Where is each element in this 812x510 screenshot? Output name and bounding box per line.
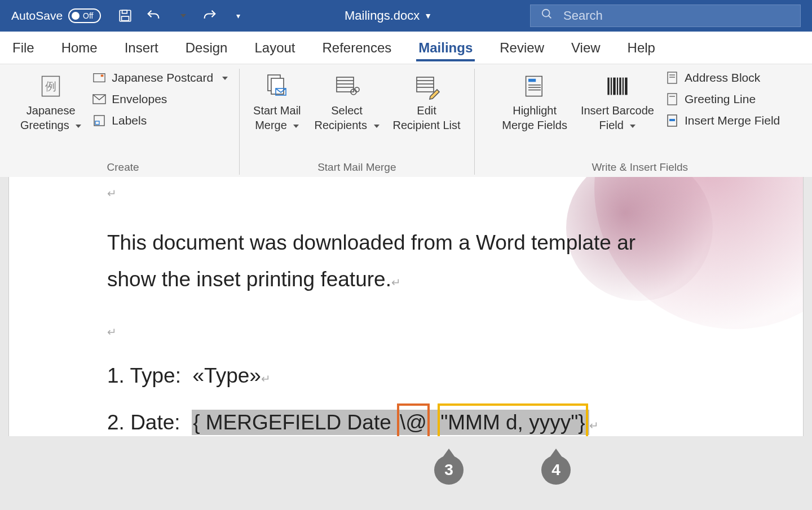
- labels-button[interactable]: Labels: [92, 114, 228, 127]
- search-placeholder: Search: [563, 8, 603, 23]
- title-dropdown-icon[interactable]: ▼: [424, 11, 432, 20]
- svg-rect-1: [122, 10, 127, 13]
- svg-rect-37: [668, 72, 677, 83]
- svg-rect-36: [625, 78, 627, 95]
- tab-view[interactable]: View: [569, 34, 603, 61]
- svg-rect-34: [619, 78, 621, 95]
- svg-rect-31: [611, 78, 612, 95]
- merge-field-code[interactable]: { MERGEFIELD Date \@ "MMM d, yyyy"}: [192, 410, 589, 435]
- address-block-icon: [665, 71, 679, 85]
- autosave-toggle[interactable]: AutoSave Off: [11, 8, 101, 23]
- filename-label: Mailings.docx: [345, 8, 420, 23]
- merge-field-placeholder: «Type»: [193, 364, 261, 387]
- insert-merge-field-button[interactable]: Insert Merge Field: [665, 114, 780, 127]
- document-scroll-area[interactable]: ↵ This document was downloaded from a Wo…: [0, 177, 812, 510]
- japanese-postcard-button[interactable]: Japanese Postcard: [92, 71, 228, 85]
- autosave-state: Off: [83, 11, 93, 20]
- tab-home[interactable]: Home: [59, 34, 100, 61]
- japanese-greetings-button[interactable]: 例 Japanese Greetings: [14, 69, 88, 135]
- ribbon-group-start-mail-merge: Start Mail Merge Select Recipients Edit …: [239, 69, 474, 175]
- svg-rect-40: [668, 94, 677, 105]
- tab-mailings[interactable]: Mailings: [416, 34, 475, 61]
- label-line: Select: [331, 104, 363, 117]
- label-line: Start Mail: [253, 104, 301, 117]
- greeting-line-icon: [665, 92, 679, 106]
- quick-access-toolbar: ▾: [117, 7, 246, 24]
- chevron-down-icon: [626, 119, 636, 131]
- undo-icon[interactable]: [145, 7, 162, 24]
- list-item-label: 1. Type:: [107, 364, 181, 387]
- insert-merge-field-icon: [665, 114, 679, 127]
- search-icon: [541, 8, 553, 24]
- svg-text:例: 例: [45, 80, 56, 92]
- chevron-down-icon: [72, 119, 81, 131]
- qat-customize-icon[interactable]: ▾: [230, 7, 246, 24]
- svg-point-3: [542, 10, 550, 17]
- svg-rect-30: [607, 78, 609, 95]
- document-page[interactable]: ↵ This document was downloaded from a Wo…: [8, 177, 804, 436]
- toggle-knob-icon: [72, 12, 80, 20]
- label: Address Block: [685, 71, 760, 85]
- start-mail-merge-icon: [263, 72, 291, 100]
- ribbon-group-create: 例 Japanese Greetings Japanese Postcard E…: [7, 69, 239, 175]
- tab-references[interactable]: References: [320, 34, 394, 61]
- label-line: Highlight: [513, 104, 557, 117]
- label-line: Edit: [417, 104, 436, 117]
- greeting-line-button[interactable]: Greeting Line: [665, 92, 780, 106]
- address-block-button[interactable]: Address Block: [665, 71, 780, 85]
- autosave-label: AutoSave: [11, 9, 63, 23]
- document-body[interactable]: ↵ This document was downloaded from a Wo…: [9, 177, 803, 436]
- field-code-switch: \@: [400, 411, 427, 434]
- undo-dropdown-icon[interactable]: [173, 7, 190, 24]
- callout-bubble-4: 4: [541, 455, 571, 485]
- select-recipients-icon: [333, 72, 361, 100]
- svg-rect-43: [669, 119, 675, 121]
- highlight-merge-fields-button[interactable]: Highlight Merge Fields: [495, 69, 574, 135]
- edit-recipient-list-button[interactable]: Edit Recipient List: [386, 69, 467, 135]
- chevron-down-icon: [290, 119, 299, 131]
- start-mail-merge-button[interactable]: Start Mail Merge: [246, 69, 307, 135]
- label: Japanese Postcard: [112, 71, 213, 85]
- group-label: Start Mail Merge: [317, 159, 396, 175]
- label-line: Japanese: [27, 104, 76, 117]
- document-title[interactable]: Mailings.docx ▼: [246, 8, 530, 23]
- tab-layout[interactable]: Layout: [252, 34, 297, 61]
- chevron-down-icon: [219, 71, 228, 85]
- svg-rect-35: [623, 78, 624, 95]
- label: Greeting Line: [685, 92, 756, 106]
- field-code-text: { MERGEFIELD Date: [193, 411, 397, 434]
- paragraph-mark-icon: ↵: [391, 276, 401, 289]
- label: Labels: [112, 114, 147, 127]
- tab-file[interactable]: File: [10, 34, 37, 61]
- callout-highlight-3: \@: [397, 403, 430, 436]
- tab-review[interactable]: Review: [497, 34, 546, 61]
- envelopes-button[interactable]: Envelopes: [92, 92, 228, 106]
- tab-design[interactable]: Design: [183, 34, 230, 61]
- envelope-icon: [92, 92, 106, 106]
- svg-line-4: [549, 16, 551, 19]
- group-label: Create: [107, 159, 139, 175]
- redo-icon[interactable]: [201, 7, 218, 24]
- svg-rect-33: [617, 78, 618, 95]
- callout-number: 3: [444, 461, 453, 479]
- autosave-switch[interactable]: Off: [68, 8, 101, 23]
- labels-icon: [92, 114, 106, 127]
- select-recipients-button[interactable]: Select Recipients: [308, 69, 386, 135]
- edit-recipient-list-icon: [413, 72, 441, 100]
- search-box[interactable]: Search: [530, 5, 801, 27]
- chevron-down-icon: [370, 119, 379, 131]
- tab-help[interactable]: Help: [625, 34, 657, 61]
- save-icon[interactable]: [117, 7, 134, 24]
- svg-rect-26: [528, 79, 536, 82]
- label-line: Greetings: [20, 119, 69, 131]
- ribbon-group-write-insert: Highlight Merge Fields Insert Barcode Fi…: [474, 69, 805, 175]
- tab-insert[interactable]: Insert: [122, 34, 161, 61]
- label-line: Recipients: [315, 119, 367, 131]
- label-line: Merge Fields: [502, 118, 567, 132]
- paragraph-mark-icon: ↵: [589, 419, 599, 432]
- highlight-merge-fields-icon: [520, 72, 549, 100]
- label: Envelopes: [112, 92, 167, 106]
- insert-barcode-field-button[interactable]: Insert Barcode Field: [574, 69, 661, 135]
- svg-rect-11: [95, 121, 99, 125]
- postcard-icon: [92, 71, 106, 85]
